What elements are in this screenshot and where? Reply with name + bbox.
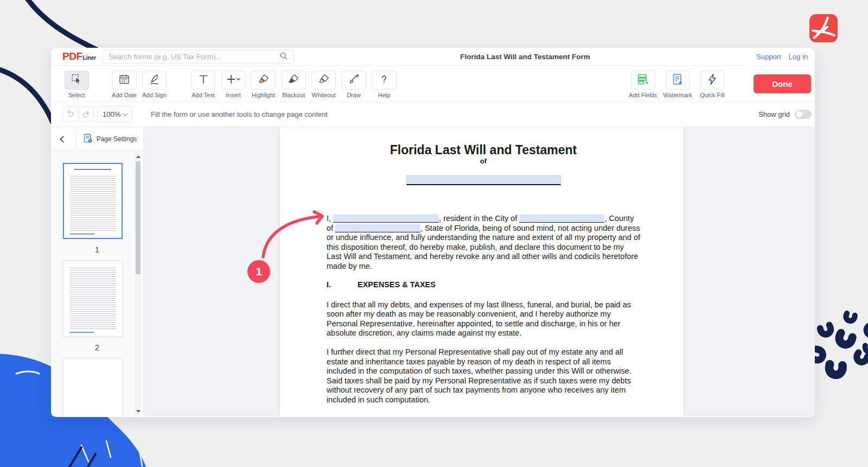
help-button[interactable]: Help [369,71,399,98]
page-thumbnail-2[interactable] [63,261,123,337]
quick-fill-button[interactable]: Quick Fill [696,71,729,98]
header: PDF Liner Florida Last Will and Testamen… [51,48,815,66]
sub-toolbar: 100% Fill the form or use another tools … [51,102,815,127]
intro-paragraph: I, , resident in the City of , County of… [327,214,640,272]
draw-brush-icon [348,73,360,87]
draw-button[interactable]: Draw [339,71,368,98]
whiteout-button[interactable]: Whiteout [309,71,339,98]
scroll-up-arrow[interactable] [135,154,141,160]
collapse-sidebar-button[interactable] [51,127,76,151]
section-heading: I.EXPENSES & TAXES [327,281,640,289]
support-link[interactable]: Support [756,53,781,61]
scroll-down-arrow[interactable] [135,408,141,414]
will-title: Florida Last Will and Testament [327,143,640,157]
page-number-1: 1 [51,239,143,261]
add-sign-button[interactable]: Add Sign [140,71,169,98]
decor-spots [813,313,868,375]
search-icon[interactable] [279,51,288,62]
toggle-knob [796,111,803,118]
logo-liner-text: Liner [83,55,96,61]
city-blank-field[interactable] [519,214,604,223]
plus-icon [226,73,240,87]
search-box[interactable] [103,50,294,64]
select-icon [71,73,82,87]
add-fields-button[interactable]: Add Fields [627,71,659,98]
add-text-button[interactable]: Add Text [189,71,218,98]
add-date-button[interactable]: Add Date [110,71,139,98]
highlight-brush-icon [258,73,270,87]
undo-button[interactable] [62,106,78,122]
section-paragraph-1: I direct that all my debts, and expenses… [327,300,640,338]
section-paragraph-2: I further direct that my Personal Repres… [327,348,640,405]
document-title-header: Florida Last Will and Testament Form [294,53,756,61]
page-settings-icon [82,133,93,146]
decor-squiggle-top [24,0,103,53]
done-button[interactable]: Done [754,74,811,93]
highlight-button[interactable]: Highlight [249,71,278,98]
will-subtitle: of [327,157,640,165]
logo-pdf-text: PDF [62,51,82,62]
redo-icon [81,109,91,119]
undo-icon [65,108,75,120]
document-canvas: Florida Last Will and Testament of I, , … [144,127,815,416]
pdfliner-logo[interactable]: PDF Liner [51,51,96,62]
blackout-button[interactable]: Blackout [279,71,308,98]
toolbar: Select Add Date Add Sign Add Text Insert [51,66,815,102]
page-number-2: 2 [51,337,143,358]
decor-squiggle-left [0,68,53,122]
scrollbar-thumb[interactable] [136,161,141,274]
testator-name-field[interactable] [406,175,561,185]
search-input[interactable] [108,53,279,61]
step-1-badge: 1 [247,260,270,283]
zoom-value: 100% [103,110,120,118]
name-blank-field[interactable] [333,214,439,223]
pdfliner-app-icon [809,14,838,42]
thumbnails-scrollbar[interactable] [135,154,141,414]
show-grid-label: Show grid [758,110,790,118]
toolbar-hint: Fill the form or use another tools to ch… [151,110,328,118]
show-grid-toggle[interactable] [795,110,812,119]
text-icon [197,73,209,87]
calendar-icon [118,73,130,87]
chevron-down-icon [123,111,128,116]
whiteout-brush-icon [318,73,330,87]
watermark-icon [671,73,684,88]
zoom-dropdown[interactable]: 100% [97,106,132,122]
blackout-brush-icon [288,73,299,87]
county-blank-field[interactable] [335,224,420,232]
pages-sidebar: Page Settings 1 2 [51,127,144,416]
lightning-icon [706,73,719,88]
chevron-left-icon [60,136,67,143]
signature-pen-icon [149,73,161,87]
page-thumbnails: 1 2 [51,152,143,416]
question-mark-icon [378,73,390,87]
page-thumbnail-1[interactable] [63,163,123,239]
login-link[interactable]: Log in [789,53,808,61]
insert-button[interactable]: Insert [219,71,248,98]
add-fields-icon [636,73,649,88]
document-page: Florida Last Will and Testament of I, , … [280,127,684,416]
app-window: PDF Liner Florida Last Will and Testamen… [51,48,815,417]
page-settings-tab[interactable]: Page Settings [76,127,143,151]
watermark-button[interactable]: Watermark [661,71,694,98]
redo-button[interactable] [79,106,94,122]
select-tool-button[interactable]: Select [62,71,91,98]
page-thumbnail-3[interactable] [63,358,123,416]
